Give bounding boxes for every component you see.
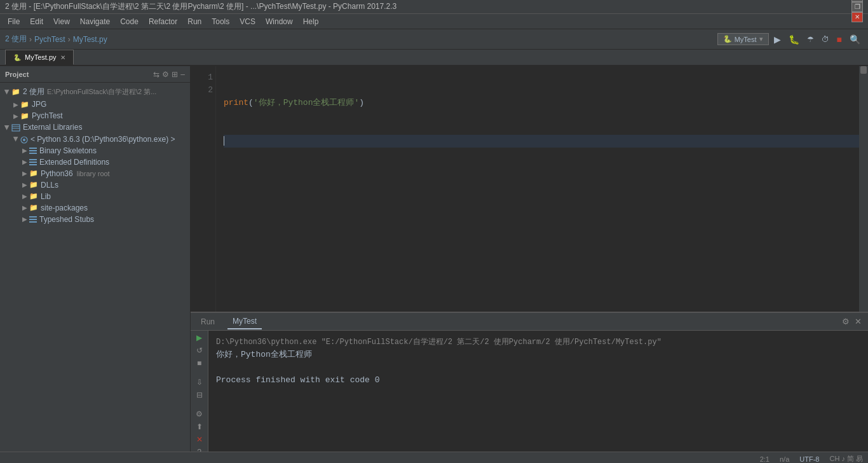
run-help-icon[interactable]: ? — [197, 448, 201, 452]
breadcrumb-root[interactable]: 2 使用 — [5, 34, 27, 45]
run-tab-run[interactable]: Run — [196, 315, 220, 329]
folder-icon-python36: 📁 — [29, 169, 38, 177]
menu-view[interactable]: View — [48, 16, 75, 27]
menu-navigate[interactable]: Navigate — [75, 16, 115, 27]
run-config-label: MyTest — [735, 36, 757, 43]
sidebar-expand-icon[interactable]: ⊞ — [172, 70, 178, 79]
tree-label-root: 2 使用 — [23, 86, 44, 97]
arrow-external-libs: ▶ — [4, 123, 11, 132]
tree-sublabel-python36: library root — [77, 170, 110, 177]
run-tab-mytest[interactable]: MyTest — [227, 314, 262, 329]
arrow-typeshed: ▶ — [20, 216, 29, 223]
tree-item-dlls[interactable]: ▶ 📁 DLLs — [0, 179, 190, 191]
run-config-selector[interactable]: 🐍 MyTest ▾ — [717, 33, 769, 45]
tree-label-binary-skeletons: Binary Skeletons — [39, 146, 97, 155]
menu-help[interactable]: Help — [298, 16, 324, 27]
sidebar-header-icons: ⇆ ⚙ ⊞ – — [153, 70, 185, 79]
breadcrumb-sep2: › — [68, 35, 71, 44]
status-encoding[interactable]: UTF-8 — [799, 455, 819, 463]
run-settings-icon[interactable]: ⚙ — [196, 410, 203, 418]
tree-item-site-packages[interactable]: ▶ 📁 site-packages — [0, 202, 190, 214]
profile-button[interactable]: ⏱ — [819, 34, 832, 45]
coverage-button[interactable]: ☂ — [804, 34, 817, 45]
tree-label-typeshed: Typeshed Stubs — [39, 215, 94, 224]
title-bar: 2 使用 - [E:\PythonFullStack\自学进程\2 第二天\2 … — [0, 0, 868, 14]
tree-item-python363[interactable]: ▶ < Python 3.6.3 (D:\Python36\python.exe… — [0, 134, 190, 145]
tree-label-site-packages: site-packages — [41, 204, 88, 212]
run-play-icon[interactable]: ▶ — [196, 333, 202, 342]
sidebar-sync-icon[interactable]: ⇆ — [153, 70, 159, 79]
code-content[interactable]: print('你好，Python全栈工程师') — [216, 66, 868, 312]
run-filter-icon[interactable]: ⊟ — [196, 390, 203, 399]
run-output: D:\Python36\python.exe "E:/PythonFullSta… — [208, 331, 868, 452]
extended-defs-icon — [29, 159, 37, 165]
tree-item-binary-skeletons[interactable]: ▶ Binary Skeletons — [0, 145, 190, 156]
tree-item-pychtest[interactable]: ▶ 📁 PychTest — [0, 110, 190, 121]
breadcrumb-sep1: › — [29, 35, 32, 44]
arrow-binary-skeletons: ▶ — [20, 147, 29, 154]
menu-code[interactable]: Code — [115, 16, 144, 27]
tree-item-jpg[interactable]: ▶ 📁 JPG — [0, 99, 190, 110]
menu-file[interactable]: File — [3, 16, 25, 27]
sidebar-title: Project — [5, 71, 29, 78]
tab-label: MyTest.py — [25, 53, 57, 61]
run-panel-gear-icon[interactable]: ⚙ — [841, 315, 851, 328]
code-editor[interactable]: 1 2 print('你好，Python全栈工程师') — [191, 66, 868, 312]
search-everywhere-button[interactable]: 🔍 — [847, 33, 863, 46]
restore-button[interactable]: ❐ — [851, 2, 863, 12]
folder-icon-root: 📁 — [11, 88, 20, 96]
breadcrumb-pychtest[interactable]: PychTest — [34, 35, 65, 44]
tree-item-lib[interactable]: ▶ 📁 Lib — [0, 191, 190, 202]
arrow-root: ▶ — [4, 88, 11, 97]
run-panel-content: ▶ ↺ ■ ⇩ ⊟ ⚙ ⬆ ✕ ? D:\Python36\python.exe… — [191, 331, 868, 452]
arrow-jpg: ▶ — [11, 101, 20, 108]
run-panel-icons: ⚙ ✕ — [841, 315, 863, 328]
arrow-python363: ▶ — [13, 135, 20, 144]
line-numbers: 1 2 — [191, 66, 216, 312]
run-config-icon: 🐍 — [723, 35, 732, 43]
typeshed-icon — [29, 216, 37, 223]
run-trash-icon[interactable]: ✕ — [196, 435, 203, 444]
run-stop-icon[interactable]: ■ — [197, 359, 201, 368]
menu-edit[interactable]: Edit — [25, 16, 48, 27]
sidebar: Project ⇆ ⚙ ⊞ – ▶ 📁 2 使用 E:\PythonFullSt… — [0, 66, 191, 452]
tree-item-typeshed[interactable]: ▶ Typeshed Stubs — [0, 214, 190, 225]
keyword-print: print — [224, 98, 248, 107]
arrow-extended-defs: ▶ — [20, 158, 29, 165]
run-panel-close-icon[interactable]: ✕ — [853, 315, 863, 328]
tree-item-external-libs[interactable]: ▶ External Libraries — [0, 121, 190, 134]
tree-item-python36[interactable]: ▶ 📁 Python36 library root — [0, 168, 190, 179]
menu-window[interactable]: Window — [261, 16, 298, 27]
run-panel-header: Run MyTest ⚙ ✕ — [191, 313, 868, 331]
tab-close-button[interactable]: ✕ — [60, 54, 65, 61]
run-up-icon[interactable]: ⬆ — [196, 422, 203, 431]
status-bar: 2:1 n/a UTF-8 CH ♪ 简 易 — [0, 452, 868, 463]
python-file-icon: 🐍 — [13, 54, 21, 61]
menu-vcs[interactable]: VCS — [234, 16, 261, 27]
tab-mytest[interactable]: 🐍 MyTest.py ✕ — [5, 50, 74, 65]
menu-refactor[interactable]: Refactor — [144, 16, 182, 27]
run-button[interactable]: ▶ — [771, 33, 783, 46]
menu-tools[interactable]: Tools — [207, 16, 234, 27]
tree-label-dlls: DLLs — [41, 181, 58, 190]
close-button[interactable]: ✕ — [851, 12, 863, 22]
main-content: Project ⇆ ⚙ ⊞ – ▶ 📁 2 使用 E:\PythonFullSt… — [0, 66, 868, 452]
code-line-2 — [224, 135, 860, 148]
run-panel-sidebar: ▶ ↺ ■ ⇩ ⊟ ⚙ ⬆ ✕ ? — [191, 331, 208, 452]
library-icon — [11, 123, 20, 132]
debug-button[interactable]: 🐛 — [786, 33, 802, 46]
tree-label-lib: Lib — [41, 192, 51, 201]
paren-open: ( — [248, 98, 254, 107]
sidebar-close-icon[interactable]: – — [180, 70, 185, 79]
run-scroll-icon[interactable]: ⇩ — [196, 378, 203, 387]
sidebar-gear-icon[interactable]: ⚙ — [162, 70, 169, 79]
tree-item-extended-defs[interactable]: ▶ Extended Definitions — [0, 156, 190, 168]
toolbar: 2 使用 › PychTest › MyTest.py 🐍 MyTest ▾ ▶… — [0, 29, 868, 50]
tree-item-root[interactable]: ▶ 📁 2 使用 E:\PythonFullStack\自学进程\2 第... — [0, 85, 190, 99]
menu-run[interactable]: Run — [182, 16, 207, 27]
run-rerun-icon[interactable]: ↺ — [196, 346, 203, 355]
stop-button[interactable]: ■ — [834, 33, 844, 46]
breadcrumb-mytest[interactable]: MyTest.py — [73, 35, 107, 44]
editor-area: 1 2 print('你好，Python全栈工程师') Run MyTest ⚙… — [191, 66, 868, 452]
status-ime: CH ♪ 简 易 — [829, 454, 863, 463]
